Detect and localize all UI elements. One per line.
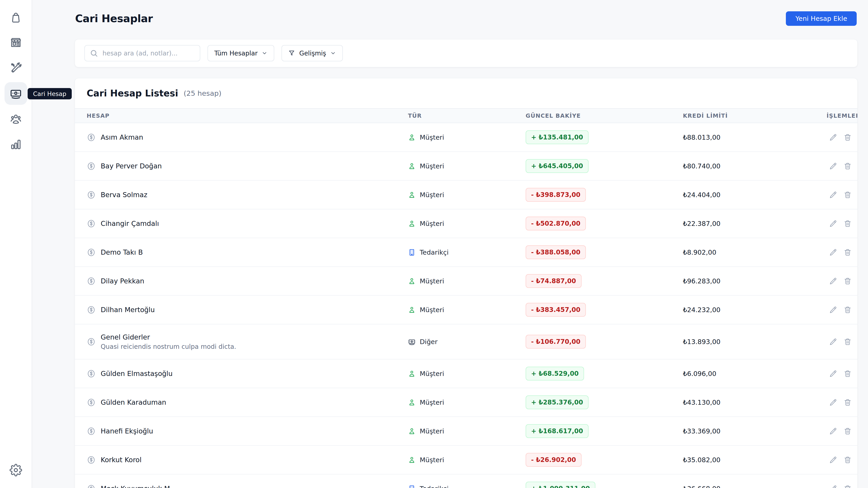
delete-button[interactable] xyxy=(844,399,851,406)
pencil-icon xyxy=(829,277,837,285)
edit-button[interactable] xyxy=(829,191,837,199)
table-row[interactable]: Cihangir Çamdalı Müşteri - ₺502.870,00 ₺… xyxy=(75,209,857,238)
bar-chart-icon xyxy=(9,138,22,151)
credit-limit-value: ₺22.387,00 xyxy=(683,220,827,227)
person-icon xyxy=(408,306,416,314)
table-row[interactable]: Gülden Elmastaşoğlu Müşteri + ₺68.529,00… xyxy=(75,360,857,388)
account-type-select-value: Tüm Hesaplar xyxy=(214,50,257,57)
delete-button[interactable] xyxy=(844,306,851,314)
edit-button[interactable] xyxy=(829,133,837,141)
edit-button[interactable] xyxy=(829,306,837,314)
edit-button[interactable] xyxy=(829,248,837,256)
edit-button[interactable] xyxy=(829,277,837,285)
trash-icon xyxy=(844,485,851,488)
delete-button[interactable] xyxy=(844,162,851,170)
sidebar-item-settings[interactable] xyxy=(4,459,27,482)
account-type-select[interactable]: Tüm Hesaplar xyxy=(208,45,274,61)
balance-badge: - ₺398.873,00 xyxy=(526,188,586,202)
trash-icon xyxy=(844,277,851,285)
trash-icon xyxy=(844,399,851,406)
pencil-icon xyxy=(829,306,837,314)
dollar-circle-icon xyxy=(87,337,96,346)
dollar-circle-icon xyxy=(87,398,96,407)
users-icon xyxy=(9,113,22,125)
credit-limit-value: ₺24.404,00 xyxy=(683,191,827,199)
pencil-icon xyxy=(829,338,837,346)
pencil-icon xyxy=(829,456,837,464)
delete-button[interactable] xyxy=(844,277,851,285)
table-row[interactable]: Asım Akman Müşteri + ₺135.481,00 ₺88.013… xyxy=(75,123,857,152)
balance-badge: + ₺645.405,00 xyxy=(526,159,589,173)
chevron-down-icon xyxy=(330,50,336,56)
column-header-balance: GÜNCEL BAKİYE xyxy=(526,113,683,119)
table-row[interactable]: Berva Solmaz Müşteri - ₺398.873,00 ₺24.4… xyxy=(75,181,857,209)
delete-button[interactable] xyxy=(844,427,851,435)
gear-icon xyxy=(9,464,22,477)
table-row[interactable]: Hanefi Ekşioğlu Müşteri + ₺168.617,00 ₺3… xyxy=(75,417,857,446)
table-row[interactable]: Bay Perver Doğan Müşteri + ₺645.405,00 ₺… xyxy=(75,152,857,181)
account-name: Berva Solmaz xyxy=(101,191,147,199)
tools-icon xyxy=(9,62,22,74)
column-header-type: TÜR xyxy=(408,113,526,119)
page-header: Cari Hesaplar Yeni Hesap Ekle xyxy=(75,11,857,26)
balance-badge: - ₺106.770,00 xyxy=(526,335,586,348)
delete-button[interactable] xyxy=(844,485,851,488)
account-type-label: Müşteri xyxy=(420,162,444,170)
delete-button[interactable] xyxy=(844,248,851,256)
delete-button[interactable] xyxy=(844,133,851,141)
add-account-button[interactable]: Yeni Hesap Ekle xyxy=(786,11,857,26)
edit-button[interactable] xyxy=(829,427,837,435)
account-name: Dilay Pekkan xyxy=(101,277,144,285)
credit-limit-value: ₺80.740,00 xyxy=(683,162,827,170)
balance-badge: - ₺383.457,00 xyxy=(526,303,586,317)
delete-button[interactable] xyxy=(844,220,851,227)
sidebar-item-tools[interactable] xyxy=(4,57,27,80)
account-type-label: Müşteri xyxy=(420,370,444,377)
search-box xyxy=(84,45,200,61)
sidebar-item-accounts[interactable] xyxy=(4,82,27,105)
account-type-label: Müşteri xyxy=(420,220,444,227)
building-icon xyxy=(408,485,416,488)
accounts-list-header: Cari Hesap Listesi (25 hesap) xyxy=(75,78,857,108)
delete-button[interactable] xyxy=(844,338,851,346)
delete-button[interactable] xyxy=(844,370,851,377)
sidebar-item-store[interactable] xyxy=(4,31,27,54)
delete-button[interactable] xyxy=(844,191,851,199)
edit-button[interactable] xyxy=(829,456,837,464)
banknote-icon xyxy=(9,87,22,100)
account-type-label: Müşteri xyxy=(420,191,444,199)
account-type-label: Tedarikçi xyxy=(420,248,449,256)
trash-icon xyxy=(844,370,851,377)
table-row[interactable]: Dilhan Mertoğlu Müşteri - ₺383.457,00 ₺2… xyxy=(75,296,857,324)
dollar-circle-icon xyxy=(87,427,96,436)
dollar-circle-icon xyxy=(87,455,96,464)
dollar-circle-icon xyxy=(87,190,96,200)
edit-button[interactable] xyxy=(829,220,837,227)
table-row[interactable]: Genel Giderler Quasi reiciendis nostrum … xyxy=(75,324,857,360)
edit-button[interactable] xyxy=(829,485,837,488)
dollar-circle-icon xyxy=(87,484,96,488)
person-icon xyxy=(408,133,416,141)
table-row[interactable]: Mock Kuyumculuk M Tedarikçi + ₺1.099.311… xyxy=(75,475,857,488)
search-icon xyxy=(90,49,98,57)
account-name: Asım Akman xyxy=(101,133,143,141)
edit-button[interactable] xyxy=(829,399,837,406)
search-input[interactable] xyxy=(84,45,200,61)
balance-badge: - ₺388.058,00 xyxy=(526,245,586,259)
table-row[interactable]: Korkut Korol Müşteri - ₺26.902,00 ₺35.08… xyxy=(75,446,857,475)
table-row[interactable]: Demo Takı B Tedarikçi - ₺388.058,00 ₺8.9… xyxy=(75,238,857,267)
credit-limit-value: ₺8.902,00 xyxy=(683,248,827,256)
table-row[interactable]: Dilay Pekkan Müşteri - ₺74.887,00 ₺96.28… xyxy=(75,267,857,296)
advanced-filters-button[interactable]: Gelişmiş xyxy=(281,45,343,61)
account-type-label: Müşteri xyxy=(420,277,444,285)
sidebar-item-shop[interactable] xyxy=(4,6,27,29)
delete-button[interactable] xyxy=(844,456,851,464)
sidebar-item-reports[interactable] xyxy=(4,133,27,155)
edit-button[interactable] xyxy=(829,338,837,346)
edit-button[interactable] xyxy=(829,162,837,170)
sidebar-item-customers[interactable] xyxy=(4,108,27,130)
dollar-circle-icon xyxy=(87,305,96,314)
edit-button[interactable] xyxy=(829,370,837,377)
account-name: Gülden Karaduman xyxy=(101,398,166,406)
table-row[interactable]: Gülden Karaduman Müşteri + ₺285.376,00 ₺… xyxy=(75,388,857,417)
